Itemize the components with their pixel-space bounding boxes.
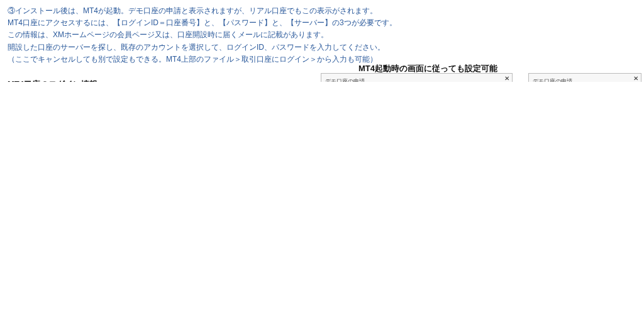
intro-line: この情報は、XMホームページの会員ページ又は、口座開設時に届くメールに記載があり…: [8, 29, 636, 41]
intro-text: ③インストール後は、MT4が起動。デモ口座の申請と表示されますが、リアル口座でも…: [8, 5, 636, 65]
close-icon[interactable]: ✕: [633, 75, 638, 82]
dialog-title: デモ口座の申請: [533, 77, 637, 82]
account-type-dialog: ✕ デモ口座の申請 アカウントタイプを選択 スタートするためには、有効な取引アカ…: [528, 73, 641, 82]
intro-line: MT4口座にアクセスするには、【ログインID＝口座番号】と、【パスワード】と、【…: [8, 17, 636, 29]
dialog-title: デモ口座の申請: [325, 77, 508, 82]
intro-line: ③インストール後は、MT4が起動。デモ口座の申請と表示されますが、リアル口座でも…: [8, 5, 636, 17]
intro-line: （ここでキャンセルしても別で設定もできる。MT4上部のファイル＞取引口座にログイ…: [8, 54, 636, 65]
intro-line: 開設した口座のサーバーを探し、既存のアカウントを選択して、ログインID、パスワー…: [8, 42, 636, 54]
section-a-title: MT4口座のログイン情報【XM会員ページから】: [8, 79, 309, 82]
close-icon[interactable]: ✕: [504, 75, 509, 82]
server-select-dialog: ✕ デモ口座の申請 取引サーバー 適切な取引サーバーを選択してください： アドレ…: [321, 73, 513, 82]
